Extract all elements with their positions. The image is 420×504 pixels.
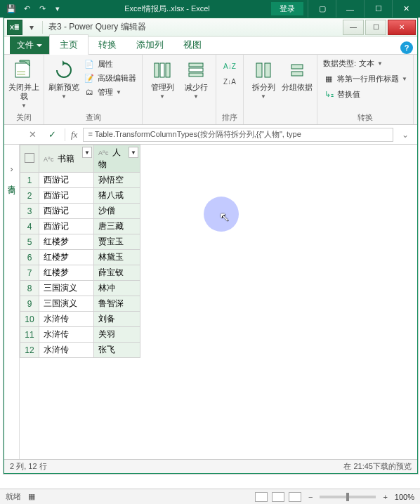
row-header[interactable]: 7	[20, 265, 39, 281]
cell[interactable]: 水浒传	[39, 312, 94, 327]
cell[interactable]: 张飞	[94, 343, 140, 358]
pq-close-icon[interactable]: ✕	[388, 20, 416, 35]
maximize-icon[interactable]: ☐	[364, 0, 392, 18]
pq-system-icon[interactable]: X≣	[7, 20, 22, 35]
row-header[interactable]: 3	[20, 204, 39, 219]
table-row[interactable]: 11水浒传关羽	[20, 327, 140, 343]
row-header[interactable]: 12	[20, 343, 39, 358]
login-button[interactable]: 登录	[271, 2, 303, 15]
cell[interactable]: 孙悟空	[94, 173, 140, 188]
filter-icon[interactable]: ▼	[129, 147, 138, 158]
cell[interactable]: 水浒传	[39, 327, 94, 343]
expand-panel-icon[interactable]: ›	[11, 164, 13, 174]
zoom-out-button[interactable]: −	[308, 493, 313, 501]
column-header-book[interactable]: Aᴮc 书籍 ▼	[39, 145, 94, 173]
properties-button[interactable]: 📄 属性	[82, 58, 138, 70]
record-macro-icon[interactable]: ▦	[28, 492, 35, 501]
cell[interactable]: 西游记	[39, 204, 94, 219]
zoom-slider[interactable]	[320, 496, 376, 498]
tab-home[interactable]: 主页	[49, 34, 88, 55]
redo-icon[interactable]: ↷	[37, 4, 48, 15]
refresh-preview-button[interactable]: 刷新预览 ▼	[48, 58, 79, 101]
row-header[interactable]: 2	[20, 188, 39, 204]
cell[interactable]: 红楼梦	[39, 234, 94, 250]
row-header[interactable]: 11	[20, 327, 39, 343]
table-row[interactable]: 8三国演义林冲	[20, 281, 140, 296]
table-corner[interactable]	[20, 145, 39, 173]
cell[interactable]: 西游记	[39, 188, 94, 204]
row-header[interactable]: 10	[20, 312, 39, 327]
page-break-view-button[interactable]	[289, 492, 301, 502]
accept-formula-button[interactable]: ✓	[45, 128, 59, 142]
cell[interactable]: 红楼梦	[39, 250, 94, 265]
cell[interactable]: 红楼梦	[39, 265, 94, 281]
first-row-headers-button[interactable]: ▦ 将第一行用作标题 ▼	[322, 72, 409, 85]
cell[interactable]: 西游记	[39, 219, 94, 234]
formula-input[interactable]: = Table.TransformColumnTypes(按分隔符拆分列,{{"…	[83, 128, 393, 142]
cell[interactable]: 鲁智深	[94, 296, 140, 312]
undo-icon[interactable]: ↶	[21, 4, 32, 15]
cell[interactable]: 薛宝钗	[94, 265, 140, 281]
row-header[interactable]: 1	[20, 173, 39, 188]
group-by-button[interactable]: 分组依据	[282, 58, 313, 92]
close-icon[interactable]: ✕	[392, 0, 420, 18]
cell[interactable]: 西游记	[39, 173, 94, 188]
zoom-in-button[interactable]: +	[383, 493, 387, 501]
row-header[interactable]: 8	[20, 281, 39, 296]
column-header-person[interactable]: Aᴮc 人物 ▼	[94, 145, 140, 173]
pq-maximize-icon[interactable]: ☐	[365, 20, 386, 35]
queries-side-panel[interactable]: › 查询	[4, 145, 20, 459]
row-header[interactable]: 9	[20, 296, 39, 312]
manage-columns-button[interactable]: 管理列 ▼	[147, 58, 178, 101]
data-type-dropdown[interactable]: 数据类型: 文本 ▼	[322, 58, 409, 69]
cell[interactable]: 关羽	[94, 327, 140, 343]
cell[interactable]: 三国演义	[39, 281, 94, 296]
expand-formula-icon[interactable]: ⌄	[399, 130, 412, 140]
cell[interactable]: 林黛玉	[94, 250, 140, 265]
pq-qat-more-icon[interactable]: ▾	[25, 21, 38, 34]
tab-add-column[interactable]: 添加列	[126, 35, 173, 54]
data-grid[interactable]: Aᴮc 书籍 ▼ Aᴮc 人物 ▼ 1西游记孙悟空2西游记猪八戒3西游记沙僧4西…	[20, 145, 417, 459]
table-row[interactable]: 4西游记唐三藏	[20, 219, 140, 234]
qat-more-icon[interactable]: ▾	[52, 4, 63, 15]
table-row[interactable]: 3西游记沙僧	[20, 204, 140, 219]
file-tab[interactable]: 文件	[10, 37, 49, 54]
cell[interactable]: 唐三藏	[94, 219, 140, 234]
table-row[interactable]: 6红楼梦林黛玉	[20, 250, 140, 265]
cell[interactable]: 贾宝玉	[94, 234, 140, 250]
sort-asc-button[interactable]: A↓Z	[222, 59, 237, 73]
table-row[interactable]: 7红楼梦薛宝钗	[20, 265, 140, 281]
table-row[interactable]: 2西游记猪八戒	[20, 188, 140, 204]
cell[interactable]: 水浒传	[39, 343, 94, 358]
reduce-rows-button[interactable]: 减少行 ▼	[181, 58, 211, 101]
ribbon-display-icon[interactable]: ▢	[308, 0, 336, 18]
cell[interactable]: 三国演义	[39, 296, 94, 312]
table-row[interactable]: 10水浒传刘备	[20, 312, 140, 327]
manage-button[interactable]: 🗂 管理 ▼	[82, 86, 138, 98]
row-header[interactable]: 5	[20, 234, 39, 250]
pq-minimize-icon[interactable]: —	[343, 20, 364, 35]
tab-view[interactable]: 视图	[173, 35, 211, 54]
table-row[interactable]: 9三国演义鲁智深	[20, 296, 140, 312]
close-and-load-button[interactable]: 关闭并上载 ▼	[8, 58, 39, 110]
help-icon[interactable]: ?	[400, 41, 413, 54]
save-icon[interactable]: 💾	[6, 4, 17, 15]
zoom-level[interactable]: 100%	[395, 493, 414, 501]
row-header[interactable]: 6	[20, 250, 39, 265]
normal-view-button[interactable]	[255, 492, 268, 502]
sort-desc-button[interactable]: Z↓A	[222, 74, 237, 88]
minimize-icon[interactable]: —	[336, 0, 364, 18]
filter-icon[interactable]: ▼	[82, 147, 92, 158]
replace-values-button[interactable]: ↳₂ 替换值	[322, 88, 409, 100]
tab-transform[interactable]: 转换	[88, 35, 126, 54]
table-row[interactable]: 1西游记孙悟空	[20, 173, 140, 188]
table-row[interactable]: 12水浒传张飞	[20, 343, 140, 358]
cell[interactable]: 沙僧	[94, 204, 140, 219]
split-column-button[interactable]: 拆分列 ▼	[248, 58, 279, 101]
cancel-formula-button[interactable]: ✕	[25, 128, 39, 142]
page-layout-view-button[interactable]	[272, 492, 284, 502]
table-row[interactable]: 5红楼梦贾宝玉	[20, 234, 140, 250]
cell[interactable]: 刘备	[94, 312, 140, 327]
advanced-editor-button[interactable]: 📝 高级编辑器	[82, 72, 138, 84]
cell[interactable]: 猪八戒	[94, 188, 140, 204]
